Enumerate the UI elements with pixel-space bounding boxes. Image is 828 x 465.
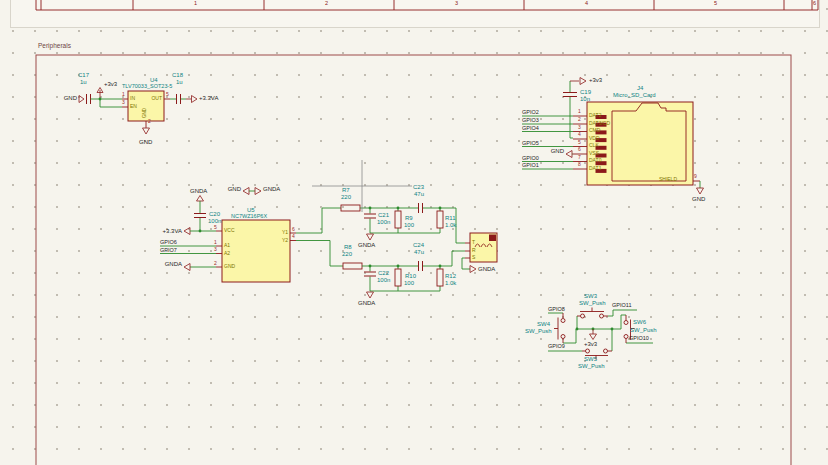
- gpio10-label[interactable]: GPIO10: [629, 336, 649, 342]
- gpio5-label[interactable]: GPIO5: [522, 141, 539, 147]
- sw6-value[interactable]: SW_Push: [630, 327, 657, 333]
- sw6-ref[interactable]: SW6: [633, 319, 646, 325]
- v33va-power-icon: [186, 96, 197, 103]
- gpio11-label[interactable]: GPIO11: [612, 303, 631, 309]
- gnda-arrow-icon: [197, 196, 204, 202]
- sw3-switch: [577, 308, 608, 319]
- tie-gnd-label[interactable]: GND: [225, 186, 241, 192]
- r8-ref[interactable]: R8: [344, 244, 352, 250]
- c20-ref[interactable]: C20: [209, 211, 220, 217]
- gpio1-label[interactable]: GPIO1: [522, 163, 539, 169]
- r7-ref[interactable]: R7: [342, 187, 350, 193]
- c18-value[interactable]: 1u: [176, 79, 183, 85]
- u5-vcc-name: VCC: [224, 228, 235, 233]
- c21-ref[interactable]: C21: [378, 212, 389, 218]
- jack-sleeve: [489, 235, 496, 242]
- j4-pin7-num: 7: [578, 155, 581, 160]
- sw3-ref[interactable]: SW3: [584, 293, 597, 299]
- sw4-ref[interactable]: SW4: [532, 321, 550, 327]
- u5-y1-num: 6: [292, 227, 295, 232]
- gpio4-label[interactable]: GPIO4: [522, 126, 539, 132]
- gpio8-label[interactable]: GPIO8: [548, 307, 565, 313]
- gnda-label[interactable]: GNDA: [157, 261, 182, 267]
- gpio7-label[interactable]: GPIO7: [160, 248, 177, 254]
- gnd-label[interactable]: GND: [548, 148, 564, 154]
- sw5-value[interactable]: SW_Push: [578, 363, 605, 369]
- gnda-label[interactable]: GNDA: [358, 300, 375, 306]
- gpio3-label[interactable]: GPIO3: [522, 118, 539, 124]
- gnda-arrow-icon: [367, 234, 374, 240]
- j4-pin1-num: 1: [578, 109, 581, 114]
- v33va-arrow-icon: [184, 228, 190, 235]
- tie-gnda-arrow-icon: [255, 188, 261, 195]
- gpio9-label[interactable]: GPIO9: [548, 344, 565, 350]
- j4-pin4-name: VDD: [589, 136, 600, 141]
- r8-body: [343, 263, 362, 269]
- c22-value[interactable]: 100n: [377, 277, 390, 283]
- tie-gnda-label[interactable]: GNDA: [263, 186, 280, 192]
- c24-ref[interactable]: C24: [413, 242, 424, 248]
- u5-value[interactable]: NC7WZ16P6X: [231, 214, 267, 220]
- r10-value[interactable]: 100: [404, 280, 414, 286]
- c17-value[interactable]: 1u: [80, 79, 87, 85]
- regulator-circuit[interactable]: [79, 88, 197, 135]
- j4-ref[interactable]: J4: [637, 85, 643, 91]
- r12-ref[interactable]: R12: [445, 273, 456, 279]
- v33va-label[interactable]: +3.3VA: [157, 228, 182, 234]
- c23-value[interactable]: 47u: [414, 191, 424, 197]
- v3v3-power-icon: [97, 88, 103, 99]
- c20-capacitor: [194, 214, 206, 218]
- buffer-circuit[interactable]: [160, 188, 343, 283]
- sw4-value[interactable]: SW_Push: [525, 328, 550, 334]
- gnda-label[interactable]: GNDA: [190, 188, 207, 194]
- c17-ref[interactable]: C17: [78, 72, 89, 78]
- r9-value[interactable]: 100: [404, 222, 414, 228]
- v3v3-label[interactable]: +3v3: [584, 341, 597, 347]
- c18-ref[interactable]: C18: [172, 72, 183, 78]
- u4-pin1-num: 1: [122, 92, 125, 97]
- j4-value[interactable]: Micro_SD_Card: [613, 92, 656, 98]
- r11-ref[interactable]: R11: [445, 215, 456, 221]
- gnd-label[interactable]: GND: [139, 139, 152, 145]
- c19-value[interactable]: 10n: [580, 96, 590, 102]
- group-label[interactable]: Peripherals: [38, 43, 71, 50]
- sw5-ref[interactable]: SW5: [584, 356, 597, 362]
- schematic-canvas[interactable]: 1 2 3 4 5 6 Peripherals GND C17 1u +3v3 …: [0, 0, 828, 465]
- r10-ref[interactable]: R10: [405, 273, 416, 279]
- buttons-circuit[interactable]: [548, 308, 653, 360]
- u5-y1-name: Y1: [276, 230, 288, 235]
- c19-ref[interactable]: C19: [580, 89, 591, 95]
- r12-value[interactable]: 1.0k: [445, 280, 456, 286]
- c22-ref[interactable]: C22: [378, 270, 389, 276]
- r11-value[interactable]: 1.0k: [445, 222, 456, 228]
- c23-ref[interactable]: C23: [413, 184, 424, 190]
- gnda-label[interactable]: GNDA: [478, 266, 495, 272]
- u5-a2-name: A2: [224, 251, 230, 256]
- gpio6-label[interactable]: GPIO6: [160, 240, 177, 246]
- j4-pin5-num: 5: [578, 140, 581, 145]
- c24-value[interactable]: 47u: [414, 249, 424, 255]
- v3v3-label[interactable]: +3v3: [104, 81, 117, 87]
- schematic-graphics: [0, 0, 828, 465]
- j4-pin6-name: VSS: [589, 151, 599, 156]
- j4-pin4-num: 4: [578, 132, 581, 137]
- r9-ref[interactable]: R9: [405, 215, 413, 221]
- frame-col-6: 6: [813, 1, 816, 7]
- gpio0-label[interactable]: GPIO0: [522, 156, 539, 162]
- gpio2-label[interactable]: GPIO2: [522, 110, 539, 116]
- u4-pin5-num: 5: [166, 92, 169, 97]
- c21-value[interactable]: 100n: [377, 219, 390, 225]
- j4-pin7-name: DAT0: [589, 158, 601, 163]
- r7-value[interactable]: 220: [341, 194, 351, 200]
- sw3-value[interactable]: SW_Push: [579, 300, 606, 306]
- gnd-label[interactable]: GND: [692, 196, 705, 202]
- r8-value[interactable]: 220: [342, 251, 352, 257]
- v33va-label[interactable]: +3.3VA: [199, 95, 218, 101]
- c24-capacitor: [419, 261, 423, 271]
- r10-body: [395, 269, 401, 286]
- gnd-label[interactable]: GND: [60, 95, 77, 101]
- u4-value[interactable]: TLV70033_SOT23-5: [122, 84, 172, 90]
- gnda-label[interactable]: GNDA: [358, 242, 375, 248]
- r9-body: [395, 211, 401, 228]
- v3v3-label[interactable]: +3v3: [589, 77, 602, 83]
